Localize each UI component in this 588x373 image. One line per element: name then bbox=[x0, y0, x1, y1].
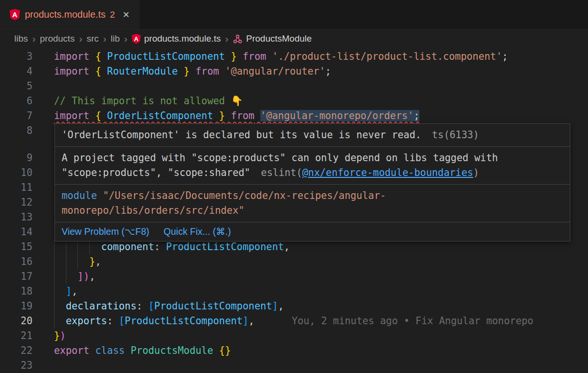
ts-diagnostic: 'OrderListComponent' is declared but its… bbox=[55, 124, 570, 146]
code-token bbox=[89, 345, 95, 356]
code-text: import { RouterModule } from '@angular/r… bbox=[54, 64, 331, 79]
indent-guide bbox=[54, 269, 66, 284]
code-token: , bbox=[89, 271, 95, 282]
code-token bbox=[125, 345, 130, 356]
code-token: { bbox=[95, 51, 101, 62]
module-symbol-icon bbox=[233, 34, 243, 44]
indent-guide bbox=[77, 254, 89, 269]
eslint-source-prefix: eslint( bbox=[261, 167, 302, 178]
code-line[interactable]: 16}, bbox=[0, 254, 588, 269]
line-number[interactable]: 12 bbox=[0, 195, 32, 210]
code-token: RouterModule bbox=[107, 66, 178, 77]
code-line[interactable]: 22export class ProductsModule {} bbox=[0, 343, 588, 358]
code-token: import bbox=[54, 110, 89, 121]
view-problem-action[interactable]: View Problem (⌥F8) bbox=[62, 224, 150, 239]
breadcrumb-label: libs bbox=[14, 33, 28, 44]
line-number[interactable]: 9 bbox=[0, 151, 32, 165]
code-text: }) bbox=[54, 329, 66, 343]
line-number[interactable]: 3 bbox=[0, 49, 32, 64]
breadcrumb-item-src[interactable]: src bbox=[86, 33, 98, 44]
breadcrumb-separator-icon: › bbox=[32, 33, 36, 44]
code-editor[interactable]: 3import { ProductListComponent } from '.… bbox=[0, 48, 588, 373]
code-token: component bbox=[101, 241, 154, 252]
git-blame-annotation: You, 2 minutes ago • Fix Angular monorep… bbox=[292, 315, 534, 327]
line-number[interactable]: 11 bbox=[0, 180, 32, 195]
code-line[interactable]: 19declarations: [ProductListComponent], bbox=[0, 299, 588, 314]
code-line[interactable]: 20exports: [ProductListComponent],You, 2… bbox=[0, 314, 588, 329]
code-token: } bbox=[184, 66, 190, 77]
code-token: ProductListComponent bbox=[166, 241, 284, 252]
tab-bar: products.module.ts 2 ✕ bbox=[0, 0, 588, 30]
breadcrumb-item-products-module-ts[interactable]: products.module.ts bbox=[132, 33, 221, 44]
code-line[interactable]: 5 bbox=[0, 79, 588, 94]
code-token: class bbox=[95, 345, 125, 356]
line-number[interactable]: 19 bbox=[0, 299, 32, 314]
quick-fix-action[interactable]: Quick Fix... (⌘.) bbox=[164, 224, 231, 239]
code-token: : bbox=[137, 300, 149, 312]
code-token bbox=[101, 110, 107, 121]
line-number[interactable]: 21 bbox=[0, 329, 32, 343]
code-line[interactable]: 17]), bbox=[0, 269, 588, 284]
code-line[interactable]: 23 bbox=[0, 358, 588, 373]
line-number[interactable]: 23 bbox=[0, 358, 32, 373]
editor-tab[interactable]: products.module.ts 2 ✕ bbox=[0, 0, 139, 29]
code-text: import { ProductListComponent } from './… bbox=[54, 49, 508, 64]
eslint-rule-link[interactable]: @nx/enforce-module-boundaries bbox=[302, 167, 473, 178]
breadcrumb-item-libs[interactable]: libs bbox=[14, 33, 28, 44]
code-text: declarations: [ProductListComponent], bbox=[54, 299, 284, 314]
indent-guide bbox=[89, 240, 101, 254]
line-number[interactable]: 22 bbox=[0, 343, 32, 358]
code-token: [ bbox=[119, 315, 125, 327]
code-token bbox=[190, 66, 195, 77]
code-line[interactable]: 18], bbox=[0, 284, 588, 299]
line-number[interactable]: 15 bbox=[0, 240, 32, 254]
line-number[interactable]: 7 bbox=[0, 109, 32, 123]
code-line[interactable]: 21}) bbox=[0, 329, 588, 343]
line-number[interactable]: 20 bbox=[0, 314, 32, 329]
code-token: ] bbox=[243, 315, 248, 327]
eslint-source-suffix: ) bbox=[473, 167, 479, 178]
code-token bbox=[237, 51, 243, 62]
line-number[interactable]: 5 bbox=[0, 79, 32, 94]
line-number[interactable]: 8 bbox=[0, 123, 32, 138]
code-line[interactable]: 4import { RouterModule } from '@angular/… bbox=[0, 64, 588, 79]
code-token: ] bbox=[272, 300, 278, 312]
line-number[interactable]: 14 bbox=[0, 225, 32, 240]
indent-guide bbox=[66, 254, 78, 269]
code-token: } bbox=[219, 110, 225, 121]
breadcrumb-item-products[interactable]: products bbox=[40, 33, 75, 44]
code-token: ]) bbox=[77, 271, 89, 282]
code-token: ProductListComponent bbox=[107, 51, 225, 62]
breadcrumb-label: products bbox=[40, 33, 75, 44]
line-number[interactable]: 4 bbox=[0, 64, 32, 79]
line-number[interactable]: 6 bbox=[0, 94, 32, 109]
line-number[interactable]: 13 bbox=[0, 210, 32, 225]
line-number[interactable]: 18 bbox=[0, 284, 32, 299]
code-line[interactable]: 3import { ProductListComponent } from '.… bbox=[0, 49, 588, 64]
line-number[interactable]: 17 bbox=[0, 269, 32, 284]
breadcrumb-item-productsmodule[interactable]: ProductsModule bbox=[233, 33, 311, 44]
line-number[interactable]: 16 bbox=[0, 254, 32, 269]
code-token bbox=[225, 110, 231, 121]
code-text: import { OrderListComponent } from '@ang… bbox=[54, 109, 419, 123]
code-line[interactable]: 7import { OrderListComponent } from '@an… bbox=[0, 109, 588, 123]
code-text: component: ProductListComponent, bbox=[54, 240, 290, 254]
code-line[interactable]: 15component: ProductListComponent, bbox=[0, 240, 588, 254]
code-line[interactable]: 6// This import is not allowed 👇 bbox=[0, 94, 588, 109]
indent-guide bbox=[54, 314, 66, 329]
line-number[interactable]: 10 bbox=[0, 165, 32, 180]
code-token bbox=[219, 66, 225, 77]
breadcrumb-item-lib[interactable]: lib bbox=[111, 33, 120, 44]
code-token: [ bbox=[148, 300, 154, 312]
breadcrumb-label: src bbox=[86, 33, 98, 44]
close-icon[interactable]: ✕ bbox=[123, 10, 130, 20]
code-text: ]), bbox=[54, 269, 95, 284]
code-text: exports: [ProductListComponent],You, 2 m… bbox=[54, 314, 534, 329]
code-token: from bbox=[243, 51, 266, 62]
code-token: : bbox=[107, 315, 119, 327]
code-token: , bbox=[72, 285, 77, 297]
ts-diagnostic-source: ts(6133) bbox=[432, 129, 479, 141]
code-token: ProductListComponent bbox=[154, 300, 272, 312]
code-token: ProductListComponent bbox=[125, 315, 243, 327]
breadcrumb: libs›products›src›lib›products.module.ts… bbox=[0, 30, 588, 48]
